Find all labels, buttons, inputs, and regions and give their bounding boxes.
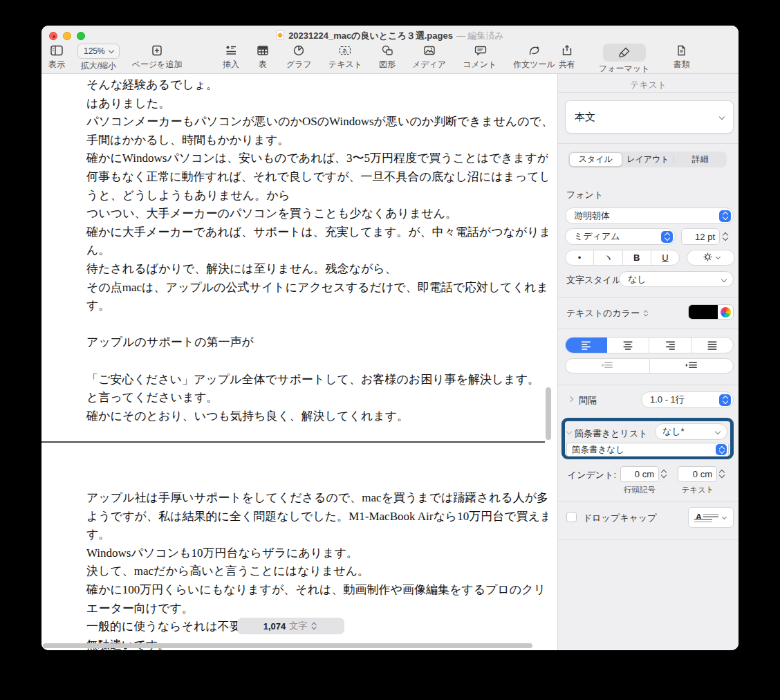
font-weight-dropdown[interactable]: ミディアム — [565, 228, 676, 245]
bullets-type-value: 箇条書きなし — [572, 444, 624, 456]
zoom-control: 125% 拡大/縮小 — [77, 44, 120, 72]
char-style-dropdown[interactable]: なし — [619, 271, 734, 287]
text-line: と言ってくださいます。 — [86, 389, 548, 407]
format-brush-icon — [617, 46, 632, 59]
paragraph-style-value: 本文 — [575, 111, 595, 124]
text-line: そんな経験あるでしょ。 — [86, 76, 548, 95]
text-line — [86, 352, 548, 371]
indent-bullet-stepper[interactable] — [660, 468, 668, 480]
align-right-icon — [665, 341, 676, 350]
align-center-icon — [622, 341, 633, 350]
char-style-label: 文字スタイル — [566, 274, 621, 286]
font-size-value: 12 pt — [695, 232, 715, 242]
indent-control — [565, 358, 734, 374]
disclosure-chevron-icon[interactable] — [568, 396, 573, 402]
color-swatch-black[interactable] — [689, 305, 718, 319]
comment-icon — [473, 44, 487, 57]
align-justify-button[interactable] — [691, 338, 733, 353]
vertical-scrollbar[interactable] — [546, 387, 551, 440]
media-button[interactable]: メディア — [412, 44, 446, 71]
tab-layout[interactable]: レイアウト — [622, 152, 674, 167]
tab-more[interactable]: 詳細 — [674, 152, 726, 167]
comment-button[interactable]: コメント — [463, 44, 496, 71]
word-count-value: 1,074 — [263, 621, 286, 632]
popup-stepper-icon — [661, 231, 673, 243]
chevron-down-icon — [721, 276, 727, 282]
dropcap-label: ドロップキャップ — [583, 512, 656, 524]
paragraph-style-dropdown[interactable]: 本文 — [565, 100, 734, 133]
media-icon — [423, 44, 436, 57]
text-line: 手間はかかるし、時間もかかります。 — [86, 131, 548, 150]
bullets-value: なし* — [662, 425, 685, 438]
document-settings-button[interactable]: 書類 — [673, 44, 689, 71]
text-line: 確かにWindowsパソコンは、安いものであれば、3〜5万円程度で買うことはでき… — [86, 149, 548, 168]
popup-stepper-icon — [719, 394, 731, 406]
char-style-value: なし — [628, 273, 647, 286]
dropcap-checkbox[interactable] — [566, 512, 577, 522]
add-page-button[interactable]: ページを追加 — [132, 44, 183, 71]
zoom-dropdown[interactable]: 125% — [77, 44, 120, 59]
pages-doc-icon — [276, 30, 284, 40]
text-color-control[interactable] — [688, 304, 734, 320]
document-canvas[interactable]: そんな経験あるでしょ。 はありました。 パソコンメーカーもパソコンが悪いのかOS… — [41, 74, 557, 650]
disclosure-down-icon[interactable] — [566, 429, 572, 434]
page-1-text[interactable]: そんな経験あるでしょ。 はありました。 パソコンメーカーもパソコンが悪いのかOS… — [86, 76, 548, 425]
font-family-dropdown[interactable]: 游明朝体 — [565, 208, 734, 224]
text-line: ようですが、私は結果的に全く問題なしでした。M1-MacBook Airなら10… — [86, 508, 548, 526]
increase-indent-button[interactable] — [649, 359, 734, 373]
tab-style[interactable]: スタイル — [569, 152, 622, 167]
align-right-button[interactable] — [649, 338, 691, 353]
chart-button[interactable]: グラフ — [286, 44, 312, 71]
text-line: アップル社は手厚いサポートをしてくださるので、macを買うまでは躊躇される人が多… — [86, 489, 548, 508]
font-size-stepper[interactable] — [722, 230, 730, 243]
indent-text-field[interactable]: 0 cm — [678, 466, 717, 482]
svg-text:あ: あ — [342, 48, 348, 54]
indent-bullet-field[interactable]: 0 cm — [620, 466, 659, 482]
bold-button[interactable]: B — [622, 250, 651, 265]
table-button[interactable]: 表 — [256, 44, 270, 71]
spacing-dropdown[interactable]: 1.0 - 1行 — [641, 392, 734, 408]
decrease-indent-button[interactable] — [566, 359, 649, 373]
indent-text-sublabel: テキスト — [674, 485, 722, 495]
advanced-font-options-button[interactable] — [687, 250, 735, 266]
popup-stepper-icon — [716, 444, 727, 455]
bullets-type-dropdown[interactable]: 箇条書きなし — [566, 443, 729, 457]
font-size-field[interactable]: 12 pt — [681, 228, 720, 245]
align-justify-icon — [707, 341, 718, 350]
dropcap-row: ドロップキャップ A — [558, 507, 739, 528]
indent-values-row: インデント: 0 cm 0 cm — [558, 466, 739, 482]
chevron-down-icon — [715, 429, 721, 434]
window-title: 20231224_macの良いところ３選.pages— 編集済み — [41, 30, 739, 42]
insert-button[interactable]: 挿入 — [223, 44, 239, 71]
align-center-button[interactable] — [607, 338, 649, 353]
indent-text-stepper[interactable] — [718, 468, 726, 480]
chevron-down-icon — [108, 47, 113, 53]
table-icon — [256, 44, 270, 57]
edited-status: — 編集済み — [456, 30, 504, 41]
indent-label: インデント: — [558, 469, 616, 481]
bullets-highlight-box: 箇条書きとリスト なし* 箇条書きなし — [561, 418, 734, 459]
color-wheel-button[interactable] — [718, 305, 733, 319]
style-button-1[interactable]: • — [566, 250, 593, 265]
document-icon — [674, 44, 688, 57]
share-button[interactable]: 共有 — [559, 44, 575, 71]
insert-icon — [224, 44, 238, 57]
bullets-dropdown[interactable]: なし* — [655, 423, 727, 440]
pie-chart-icon — [292, 44, 306, 57]
text-line: アップルのサポートの第一声が — [86, 333, 548, 352]
text-line: 決して、macだから高いと言うことにはなりません。 — [86, 562, 548, 581]
align-left-button[interactable] — [566, 338, 607, 353]
view-button[interactable]: 表示 — [48, 44, 65, 71]
chevron-down-icon — [715, 255, 720, 259]
shape-button[interactable]: 図形 — [379, 44, 396, 71]
horizontal-scrollbar[interactable] — [43, 643, 532, 648]
spacing-value: 1.0 - 1行 — [650, 394, 685, 406]
format-button[interactable]: フォーマット — [599, 44, 649, 75]
word-count-pill[interactable]: 1,074 文字 — [237, 618, 344, 634]
text-box-button[interactable]: あ テキスト — [328, 44, 362, 71]
dropcap-style-button[interactable]: A — [688, 507, 734, 528]
window-chrome: 20231224_macの良いところ３選.pages— 編集済み 表示 125%… — [41, 26, 739, 74]
underline-button[interactable]: U — [651, 250, 679, 265]
style-button-2[interactable]: ヽ — [593, 250, 622, 265]
writing-tools-button[interactable]: 作文ツール — [513, 44, 555, 71]
